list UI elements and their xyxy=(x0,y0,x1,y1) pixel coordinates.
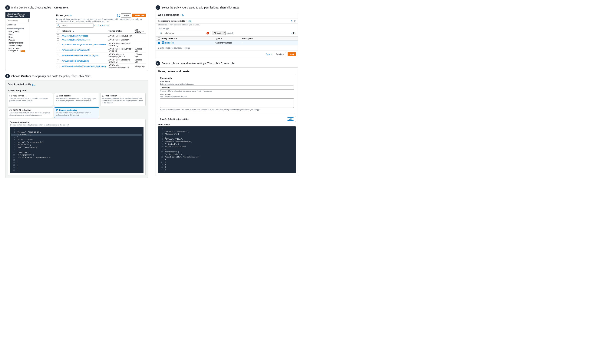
trust-policy-line: 14 } xyxy=(160,161,294,164)
roles-search-input[interactable] xyxy=(61,24,92,27)
row-checkbox[interactable] xyxy=(57,49,59,51)
previous-button[interactable]: Previous xyxy=(274,52,286,56)
table-row: AWSServiceRoleForAWSServiceCatalogAppReg… xyxy=(56,64,146,69)
perms-gear-icon[interactable]: ⚙ xyxy=(294,20,296,22)
radio-aws-service[interactable] xyxy=(9,95,12,97)
policy-description-cell: - xyxy=(242,42,296,44)
role-name-link[interactable]: AWSServiceRoleForAmazonEKS xyxy=(62,49,90,51)
pagination-5[interactable]: 5 xyxy=(104,25,105,26)
radio-aws-account[interactable] xyxy=(56,95,58,97)
filter-type-select[interactable]: All types xyxy=(212,31,226,35)
sort-activity-icon[interactable]: ▼ xyxy=(142,31,144,33)
step1-number: 1 xyxy=(5,5,10,10)
radio-saml[interactable] xyxy=(9,109,12,111)
row-checkbox[interactable] xyxy=(57,35,59,37)
trust-policy-line: 16 ] xyxy=(160,166,294,169)
custom-trust-code-editor[interactable]: 1{2 "Version": "2012-10-17",3 "Statement… xyxy=(10,127,144,173)
pagination-2[interactable]: 2 xyxy=(98,25,99,26)
policy-checkbox[interactable]: ✓ xyxy=(158,42,160,44)
trust-policy-line: 5 "Effect": "Allow", xyxy=(160,138,294,141)
last-activity-cell: - xyxy=(134,42,146,47)
perms-policies-info[interactable]: Info xyxy=(188,20,191,22)
add-perms-info[interactable]: Info xyxy=(181,14,184,16)
sort-policy-icon[interactable]: ▲ xyxy=(175,38,177,39)
set-permissions-boundary[interactable]: ▶ Set permissions boundary - optional xyxy=(156,45,298,51)
role-name-field: Role name Enter a meaningful name to ide… xyxy=(160,81,294,92)
pagination-prev[interactable]: < xyxy=(94,25,96,26)
entity-option-aws-account[interactable]: AWS account Allow entities in other AWS … xyxy=(54,93,99,106)
sidebar-item-identity-providers[interactable]: Identity providers xyxy=(5,41,30,44)
sync-icon[interactable]: ↻ xyxy=(291,20,293,22)
policy-row-zilliz[interactable]: ✓ zilliz-policy Customer managed - xyxy=(156,40,298,45)
step3-number: 3 xyxy=(156,5,160,10)
sidebar-item-policies[interactable]: Policies xyxy=(5,39,30,41)
pagination-gear-icon[interactable]: ⚙ xyxy=(107,24,109,27)
col-role-name: Role name ▲ xyxy=(61,28,107,34)
row-checkbox[interactable] xyxy=(57,60,59,62)
perms-pagination-prev[interactable]: < xyxy=(291,32,292,35)
code-line: 6 "Action": "sts:AssumeRole", xyxy=(11,141,142,144)
roles-table: Role name ▲ Trusted entities Last activi… xyxy=(56,28,146,69)
role-name-link[interactable]: AWSServiceRoleForAmazonEKSNodegroup xyxy=(62,54,99,56)
policy-name-link[interactable]: zilliz-policy xyxy=(165,42,174,44)
collapse-icon[interactable]: ‹ xyxy=(28,14,28,16)
perms-header-checkbox[interactable] xyxy=(158,37,160,39)
trust-policy-line: 13 } xyxy=(160,158,294,161)
cancel-button[interactable]: Cancel xyxy=(266,52,272,56)
sort-role-name-icon[interactable]: ▲ xyxy=(72,30,74,32)
role-name-link[interactable]: ApplicationAutoScalingForAmazonAppStream… xyxy=(62,43,106,46)
next-button[interactable]: Next xyxy=(288,52,296,56)
code-line: 9 }, xyxy=(11,149,142,152)
header-checkbox[interactable] xyxy=(57,30,59,32)
sort-type-icon[interactable]: ▼ xyxy=(220,38,222,39)
create-role-button[interactable]: Create role xyxy=(132,13,146,17)
roles-info-link[interactable]: Info xyxy=(68,14,72,17)
pagination-next[interactable]: > xyxy=(105,25,107,26)
description-textarea[interactable] xyxy=(160,98,294,108)
code-line: 3 "Statement": [ xyxy=(11,134,142,136)
role-name-hint: Enter a meaningful name to identify this… xyxy=(160,83,294,85)
perms-pagination-next[interactable]: > xyxy=(295,32,296,35)
filter-type-label: Filter by Type xyxy=(158,28,169,30)
role-name-input[interactable] xyxy=(160,86,294,90)
radio-web-identity[interactable] xyxy=(102,95,104,97)
radio-custom-trust[interactable] xyxy=(56,109,58,111)
role-name-link[interactable]: AWSServiceRoleForAWSServiceCatalogAppReg… xyxy=(62,65,106,67)
sidebar-item-user-groups[interactable]: User groups xyxy=(5,30,30,33)
code-line: 8 "AWS": "965570967084" xyxy=(11,146,142,149)
row-checkbox[interactable] xyxy=(57,65,59,67)
sidebar-item-users[interactable]: Users xyxy=(5,33,30,36)
pagination-3[interactable]: 3 xyxy=(100,25,101,26)
custom-trust-section: Custom trust policy Create a custom trus… xyxy=(8,119,146,175)
trust-policy-line: 8 "AWS": "965570967084" xyxy=(160,146,294,148)
entity-option-saml[interactable]: SAML 2.0 federation Allow users federate… xyxy=(8,107,53,118)
delete-button[interactable]: Delete xyxy=(121,13,131,17)
entity-option-web-identity[interactable]: Web identity Allows users federated by t… xyxy=(100,93,146,106)
clear-search-icon[interactable]: ✕ xyxy=(206,32,209,35)
col-type: Type ▼ xyxy=(215,38,242,39)
role-name-link[interactable]: AmazonAppStreamServiceAccess xyxy=(62,39,90,41)
perms-search-input[interactable] xyxy=(163,31,206,35)
entity-option-aws-service[interactable]: AWS service Allow AWS services like EC2,… xyxy=(8,93,53,106)
row-checkbox[interactable] xyxy=(57,54,59,56)
description-label: Description xyxy=(160,93,294,95)
row-checkbox[interactable] xyxy=(57,39,59,41)
sidebar-item-dashboard[interactable]: Dashboard xyxy=(5,23,30,26)
pagination-4[interactable]: 4 xyxy=(102,25,103,26)
iam-search-input[interactable] xyxy=(7,19,29,22)
last-activity-cell: 11 hours ago xyxy=(134,47,146,53)
role-name-link[interactable]: AmazonAppStreamPCAAccess xyxy=(62,35,88,37)
sidebar-item-account-settings[interactable]: Account settings xyxy=(5,44,30,47)
sidebar-item-roles[interactable]: Roles xyxy=(5,36,30,39)
trusted-entity-info[interactable]: Info xyxy=(32,84,35,86)
entity-option-custom-trust[interactable]: Custom trust policy Create a custom trus… xyxy=(54,107,99,118)
roles-title: Roles xyxy=(56,14,63,17)
role-name-link[interactable]: AWSServiceRoleForAutoScaling xyxy=(62,60,89,62)
edit-button[interactable]: Edit xyxy=(287,117,294,121)
sidebar-item-root-access[interactable]: Root access management New xyxy=(5,47,30,52)
refresh-icon[interactable] xyxy=(117,14,120,17)
roles-search-bar: 🔍 < 1 2 3 4 5 > ⚙ xyxy=(56,24,146,27)
row-checkbox[interactable] xyxy=(57,43,59,45)
step1-description: In the IAM console, choose Roles > Creat… xyxy=(11,6,69,9)
pagination-1[interactable]: 1 xyxy=(96,25,97,26)
